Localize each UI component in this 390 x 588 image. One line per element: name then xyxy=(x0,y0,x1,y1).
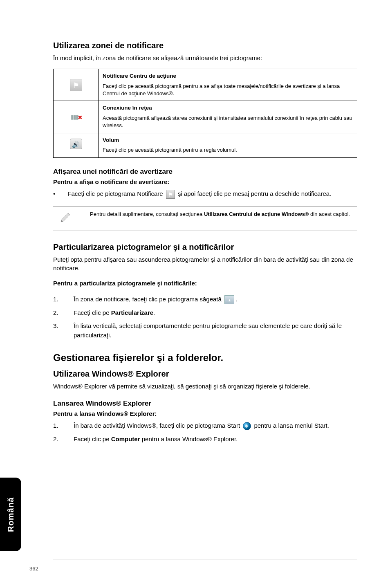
note-text-pre: Pentru detalii suplimentare, consultaţi … xyxy=(90,211,204,217)
row-desc: Faceţi clic pe această pictogramă pentru… xyxy=(103,147,237,153)
row-desc: Această pictogramă afişează starea conex… xyxy=(103,115,352,128)
step-bold: Particularizare xyxy=(111,309,153,316)
intro-text: În mod implicit, în zona de notificare s… xyxy=(53,54,357,62)
launch-steps: 1. În bara de activităţi Windows®, faceţ… xyxy=(53,421,357,444)
heading-launch-explorer: Lansarea Windows® Explorer xyxy=(53,399,357,408)
step-number: 1. xyxy=(53,421,61,431)
step-number: 1. xyxy=(53,295,61,304)
step-number: 2. xyxy=(53,435,61,444)
network-icon xyxy=(70,110,82,121)
step-text-post: . xyxy=(153,309,155,316)
footer-divider xyxy=(53,559,357,559)
note-text-post: din acest capitol. xyxy=(309,211,350,217)
explorer-intro: Windows® Explorer vă permite să vizualiz… xyxy=(53,382,357,391)
heading-customize-icons: Particularizarea pictogramelor şi a noti… xyxy=(53,242,357,252)
page-number: 362 xyxy=(29,566,38,572)
pen-icon xyxy=(53,211,78,227)
step-text-post: pentru a lansa meniul Start. xyxy=(254,422,329,429)
step-number: 2. xyxy=(53,308,61,318)
notification-flag-icon xyxy=(166,190,175,199)
step-text-post: . xyxy=(235,296,237,303)
row-title: Conexiune în reţea xyxy=(103,104,353,112)
bullet-text-pre: Faceţi clic pe pictograma Notificare xyxy=(67,190,165,197)
bullet-item: • Faceţi clic pe pictograma Notificare ş… xyxy=(53,189,357,199)
step-text-post: pentru a lansa Windows® Explorer. xyxy=(140,435,238,442)
customize-intro: Puteţi opta pentru afişarea sau ascunder… xyxy=(53,255,357,272)
lead-launch-explorer: Pentru a lansa Windows® Explorer: xyxy=(53,410,357,417)
step-text: Faceţi clic pe xyxy=(74,435,111,442)
row-title: Volum xyxy=(103,137,353,144)
heading-manage-files: Gestionarea fişierelor şi a folderelor. xyxy=(53,352,357,364)
step-text: Faceţi clic pe xyxy=(74,309,111,316)
side-tab-label: Română xyxy=(6,497,16,532)
row-title: Notificare Centru de acţiune xyxy=(103,72,353,80)
customize-steps: 1. În zona de notificare, faceţi clic pe… xyxy=(53,295,357,340)
step-number: 3. xyxy=(53,321,61,340)
notification-icons-table: Notificare Centru de acţiune Faceţi clic… xyxy=(53,69,357,158)
bullet-char: • xyxy=(53,189,55,199)
note-text-bold: Utilizarea Centrului de acţiune Windows® xyxy=(204,211,309,217)
note-box: Pentru detalii suplimentare, consultaţi … xyxy=(53,206,357,231)
lead-customize: Pentru a particulariza pictogramele şi n… xyxy=(53,280,357,287)
heading-show-warning: Afişarea unei notificări de avertizare xyxy=(53,168,357,176)
lead-show-warning: Pentru a afişa o notificare de avertizar… xyxy=(53,178,357,185)
heading-windows-explorer: Utilizarea Windows® Explorer xyxy=(53,369,357,379)
action-center-icon xyxy=(70,79,82,91)
language-side-tab: Română xyxy=(0,478,21,551)
step-text: În zona de notificare, faceţi clic pe pi… xyxy=(74,296,223,303)
start-orb-icon xyxy=(243,422,251,430)
bullet-text-post: şi apoi faceţi clic pe mesaj pentru a de… xyxy=(178,190,331,197)
step-bold: Computer xyxy=(111,435,140,442)
volume-icon xyxy=(70,139,82,149)
step-text: În lista verticală, selectaţi comportame… xyxy=(74,321,357,340)
heading-notification-area: Utilizarea zonei de notificare xyxy=(53,41,357,50)
step-text: În bara de activităţi Windows®, faceţi c… xyxy=(74,422,242,429)
row-desc: Faceţi clic pe această pictogramă pentru… xyxy=(103,83,340,97)
arrow-up-icon xyxy=(224,295,234,304)
